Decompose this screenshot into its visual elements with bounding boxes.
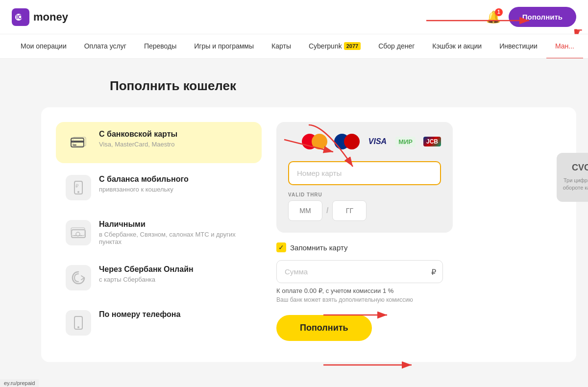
cash-icon xyxy=(66,220,91,245)
mobile-balance-name: С баланса мобильного xyxy=(99,175,252,184)
amount-wrapper: ₽ xyxy=(276,260,443,283)
date-separator: / xyxy=(326,206,328,215)
cvc-hint: Три цифры на обороте карты xyxy=(562,177,588,192)
method-sberbank[interactable]: Через Сбербанк Онлайн с карты Сбербанка xyxy=(56,257,262,298)
nav-item-fundraising[interactable]: Сбор денег xyxy=(369,34,423,59)
sberbank-desc: с карты Сбербанка xyxy=(99,276,252,283)
maestro-red-circle xyxy=(344,134,360,149)
header: IO money 🔔 1 Пополнить xyxy=(0,0,588,34)
sberbank-name: Через Сбербанк Онлайн xyxy=(99,265,252,274)
mc-orange-circle xyxy=(312,134,327,149)
nav-item-more[interactable]: Ман... xyxy=(546,34,583,59)
bell-button[interactable]: 🔔 1 xyxy=(486,10,501,24)
commission-sub-text: Ваш банк может взять дополнительную коми… xyxy=(276,296,443,303)
nav-item-cards[interactable]: Карты xyxy=(263,34,300,59)
notification-badge: 1 xyxy=(495,8,503,16)
sberbank-icon xyxy=(66,265,91,290)
card-visual-wrapper: VISA МИР JCB VALID THRU / xyxy=(276,122,562,233)
month-input[interactable] xyxy=(288,200,322,221)
nav-item-games[interactable]: Игры и программы xyxy=(185,34,263,59)
phone-icon xyxy=(66,310,91,336)
cvc-block: CVC Три цифры на обороте карты xyxy=(557,153,588,202)
valid-thru-label: VALID THRU xyxy=(288,192,441,197)
cvc-label: CVC xyxy=(562,163,588,173)
bank-card-name: С банковской карты xyxy=(99,130,252,139)
remember-checkbox[interactable]: ✓ xyxy=(276,242,286,252)
bank-card-icon xyxy=(66,130,91,155)
svg-rect-10 xyxy=(71,228,85,236)
content-card: С банковской карты Visa, MasterCard, Mae… xyxy=(41,107,576,362)
nav-item-cyberpunk[interactable]: Cyberpunk 2077 xyxy=(300,34,369,59)
mobile-balance-desc: привязанного к кошельку xyxy=(99,186,252,193)
page-title: Пополнить кошелек xyxy=(110,78,576,94)
submit-topup-button[interactable]: Пополнить xyxy=(276,315,372,341)
svg-point-15 xyxy=(77,326,79,328)
remember-row: ✓ Запомнить карту xyxy=(276,242,562,252)
remember-label: Запомнить карту xyxy=(290,243,347,252)
svg-text:IO: IO xyxy=(16,14,23,21)
logo-area: IO money xyxy=(12,8,68,26)
mastercard-logo xyxy=(302,134,327,149)
svg-point-7 xyxy=(77,191,79,193)
svg-text:₽: ₽ xyxy=(75,183,79,189)
ruble-sign: ₽ xyxy=(431,267,436,276)
statusbar: ey.ru/prepaid xyxy=(0,379,39,382)
method-cash[interactable]: Наличными в Сбербанке, Связном, салонах … xyxy=(56,212,262,253)
date-row: / xyxy=(288,200,441,221)
method-mobile-balance[interactable]: ₽ С баланса мобильного привязанного к ко… xyxy=(56,167,262,208)
logo-text: money xyxy=(33,11,68,24)
visa-logo: VISA xyxy=(368,137,387,146)
card-form-area: VISA МИР JCB VALID THRU / xyxy=(262,122,562,347)
main-content: Пополнить кошелек С банковской карты xyxy=(0,59,588,382)
mobile-icon: ₽ xyxy=(66,175,91,200)
nav-item-my-operations[interactable]: Мои операции xyxy=(12,34,75,59)
cyberpunk-badge: 2077 xyxy=(344,42,361,50)
card-number-input[interactable] xyxy=(288,161,441,185)
phone-name: По номеру телефона xyxy=(99,310,252,319)
card-visual: VISA МИР JCB VALID THRU / xyxy=(276,122,453,233)
nav-item-cashback[interactable]: Кэшбэк и акции xyxy=(423,34,490,59)
cash-name: Наличными xyxy=(99,220,252,229)
nav-item-investments[interactable]: Инвестиции xyxy=(490,34,546,59)
payment-methods-list: С банковской карты Visa, MasterCard, Mae… xyxy=(56,122,262,347)
header-topup-button[interactable]: Пополнить xyxy=(509,7,576,27)
jcb-logo: JCB xyxy=(423,137,441,146)
main-nav: Мои операции Оплата услуг Переводы Игры … xyxy=(0,34,588,59)
amount-input[interactable] xyxy=(276,260,443,283)
commission-text: К оплате 0.00 ₽, с учетом комиссии 1 % xyxy=(276,287,443,294)
card-logos: VISA МИР JCB xyxy=(288,134,441,149)
nav-item-transfers[interactable]: Переводы xyxy=(135,34,185,59)
header-right: 🔔 1 Пополнить xyxy=(486,7,576,27)
year-input[interactable] xyxy=(332,200,367,221)
maestro-logo xyxy=(334,134,360,149)
method-bank-card[interactable]: С банковской карты Visa, MasterCard, Mae… xyxy=(56,122,262,163)
bank-card-desc: Visa, MasterCard, Maestro xyxy=(99,141,252,148)
method-phone[interactable]: По номеру телефона xyxy=(56,302,262,343)
logo-icon: IO xyxy=(12,8,29,26)
cash-desc: в Сбербанке, Связном, салонах МТС и друг… xyxy=(99,231,252,245)
nav-item-payments[interactable]: Оплата услуг xyxy=(75,34,135,59)
mir-logo: МИР xyxy=(395,137,416,147)
